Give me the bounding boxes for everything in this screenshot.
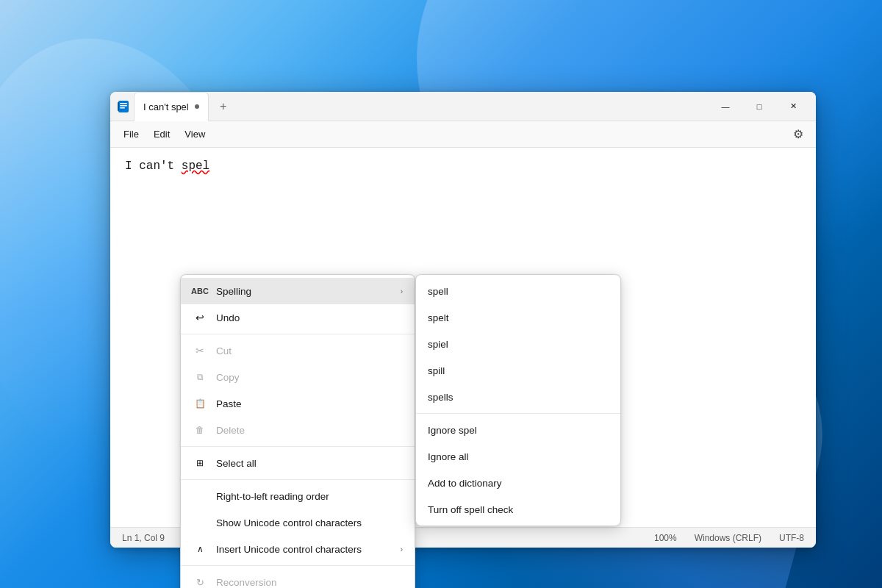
delete-icon: 🗑 (193, 423, 207, 437)
ctx-separator-4 (181, 565, 415, 566)
tab-unsaved-dot (195, 104, 199, 109)
ctx-select-all-label: Select all (216, 458, 403, 469)
ctx-item-paste[interactable]: 📋 Paste (181, 390, 415, 417)
active-tab[interactable]: I can't spel (134, 92, 209, 121)
encoding: UTF-8 (779, 533, 804, 543)
svg-rect-0 (118, 101, 129, 112)
spelling-action-ignore[interactable]: Ignore spel (416, 417, 620, 443)
window-controls: — □ ✕ (709, 95, 810, 118)
ctx-spelling-label: Spelling (216, 286, 392, 297)
notepad-window: I can't spel + — □ ✕ File Edit View ⚙ (110, 92, 816, 548)
editor-content: I can't spel (125, 159, 209, 173)
ctx-insert-unicode-label: Insert Unicode control characters (216, 544, 392, 555)
reconversion-icon: ↻ (193, 575, 207, 588)
spelling-action-add-dictionary[interactable]: Add to dictionary (416, 470, 620, 496)
maximize-button[interactable]: □ (742, 95, 776, 118)
ctx-item-undo[interactable]: ↩ Undo (181, 304, 415, 331)
tab-title: I can't spel (143, 101, 189, 112)
copy-icon: ⧉ (193, 370, 207, 384)
ctx-undo-label: Undo (216, 312, 403, 323)
spelling-suggestion-spell[interactable]: spell (416, 278, 620, 304)
unicode-show-icon (193, 515, 207, 530)
ctx-item-show-unicode[interactable]: Show Unicode control characters (181, 509, 415, 536)
context-menu: ABC Spelling › ↩ Undo ✂ Cut ⧉ Copy 📋 Pas… (180, 274, 415, 588)
svg-rect-3 (120, 107, 125, 109)
spelling-action-turn-off[interactable]: Turn off spell check (416, 496, 620, 523)
spelling-suggestion-spells[interactable]: spells (416, 384, 620, 410)
title-bar: I can't spel + — □ ✕ (110, 92, 816, 121)
ctx-item-rtl[interactable]: Right-to-left reading order (181, 483, 415, 509)
line-ending: Windows (CRLF) (695, 533, 761, 543)
editor-plain-text: I can't (125, 159, 182, 173)
svg-rect-4 (118, 102, 119, 111)
svg-rect-2 (120, 105, 127, 107)
notepad-app-icon (116, 99, 131, 114)
ctx-rtl-label: Right-to-left reading order (216, 491, 403, 502)
ctx-separator-2 (181, 446, 415, 447)
gear-icon: ⚙ (793, 127, 803, 141)
title-bar-left: I can't spel + (116, 92, 709, 121)
status-right: 100% Windows (CRLF) UTF-8 (654, 533, 804, 543)
ctx-delete-label: Delete (216, 425, 403, 436)
ctx-item-copy: ⧉ Copy (181, 364, 415, 390)
ctx-paste-label: Paste (216, 398, 403, 409)
ctx-item-select-all[interactable]: ⊞ Select all (181, 450, 415, 476)
cursor-position: Ln 1, Col 9 (122, 533, 165, 543)
select-all-icon: ⊞ (193, 456, 207, 470)
ctx-reconversion-label: Reconversion (216, 577, 403, 588)
spelling-submenu-separator (416, 413, 620, 414)
ctx-insert-unicode-arrow: › (401, 545, 403, 553)
new-tab-button[interactable]: + (212, 95, 235, 118)
ctx-separator-1 (181, 334, 415, 334)
cut-icon: ✂ (193, 343, 207, 358)
spelling-suggestion-spill[interactable]: spill (416, 357, 620, 384)
ctx-show-unicode-label: Show Unicode control characters (216, 517, 403, 528)
unicode-insert-icon: ∧ (193, 542, 207, 556)
close-button[interactable]: ✕ (776, 95, 810, 118)
ctx-copy-label: Copy (216, 372, 403, 383)
spelling-icon: ABC (193, 284, 207, 298)
ctx-item-cut: ✂ Cut (181, 337, 415, 364)
zoom-level: 100% (654, 533, 677, 543)
menu-file[interactable]: File (116, 126, 146, 143)
ctx-cut-label: Cut (216, 345, 403, 356)
rtl-icon (193, 489, 207, 503)
spelling-submenu: spell spelt spiel spill spells Ignore sp… (415, 274, 621, 526)
menu-view[interactable]: View (177, 126, 212, 143)
ctx-item-spelling[interactable]: ABC Spelling › (181, 278, 415, 304)
ctx-item-reconversion: ↻ Reconversion (181, 569, 415, 588)
spelling-suggestion-spiel[interactable]: spiel (416, 331, 620, 357)
menu-edit[interactable]: Edit (146, 126, 177, 143)
ctx-item-delete: 🗑 Delete (181, 417, 415, 443)
settings-button[interactable]: ⚙ (786, 123, 810, 146)
svg-rect-1 (120, 103, 127, 104)
ctx-item-insert-unicode[interactable]: ∧ Insert Unicode control characters › (181, 536, 415, 562)
ctx-separator-3 (181, 479, 415, 480)
spelling-action-ignore-all[interactable]: Ignore all (416, 443, 620, 470)
menu-bar: File Edit View ⚙ (110, 121, 816, 148)
minimize-button[interactable]: — (709, 95, 742, 118)
undo-icon: ↩ (193, 310, 207, 325)
spelling-suggestion-spelt[interactable]: spelt (416, 304, 620, 331)
ctx-spelling-arrow: › (401, 287, 403, 295)
paste-icon: 📋 (193, 396, 207, 411)
editor-misspelled-word: spel (182, 159, 209, 173)
